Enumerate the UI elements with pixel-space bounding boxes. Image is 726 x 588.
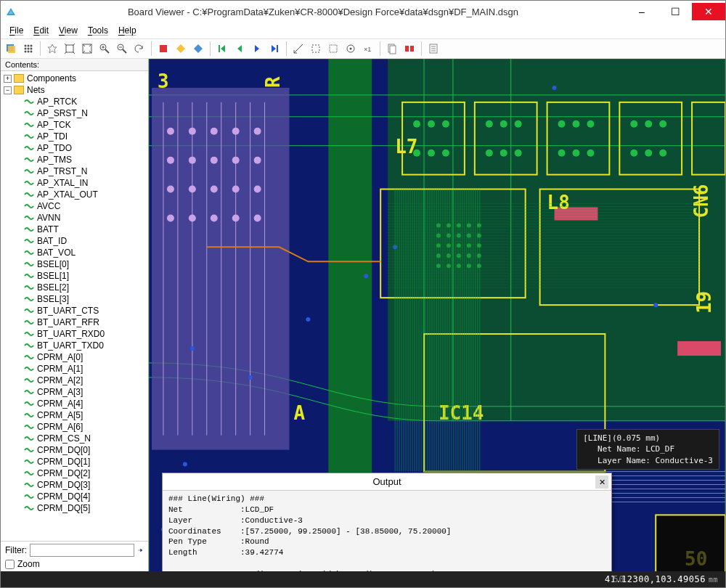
tree-net-item[interactable]: BT_UART_CTS: [1, 305, 148, 317]
close-button[interactable]: ✕: [692, 3, 725, 20]
nav-prev-icon[interactable]: [232, 41, 247, 56]
output-title[interactable]: Output ✕: [163, 473, 611, 491]
tree-net-item[interactable]: AP_XTAL_IN: [1, 177, 148, 189]
tree-net-item[interactable]: BSEL[0]: [1, 258, 148, 270]
tree-net-item[interactable]: BT_UART_TXD0: [1, 340, 148, 351]
nav-first-icon[interactable]: [215, 41, 229, 56]
x1-icon[interactable]: ×1: [361, 41, 375, 56]
tree-net-item[interactable]: CPRM_A[0]: [1, 351, 148, 363]
filter-go-icon[interactable]: [137, 545, 144, 555]
statusbar: 50 41.12300,103.49056 mm: [1, 571, 725, 587]
svg-point-75: [413, 121, 420, 128]
zoom-checkbox[interactable]: [5, 560, 15, 569]
tree-net-item[interactable]: AP_TRST_N: [1, 166, 148, 177]
tree-net-item[interactable]: CPRM_DQ[5]: [1, 502, 148, 514]
pcb-canvas[interactable]: L7 L8 IC14 A 3 19 CN6 R 50 [LINE](0.075 …: [149, 59, 725, 571]
menu-tools[interactable]: Tools: [83, 24, 113, 37]
snap-icon[interactable]: [343, 41, 358, 56]
tree-net-item[interactable]: CPRM_DQ[1]: [1, 456, 148, 467]
menu-file[interactable]: File: [5, 24, 28, 37]
highlight-icon[interactable]: [45, 41, 60, 56]
svg-point-57: [167, 186, 174, 193]
fit-icon[interactable]: [80, 41, 94, 56]
tree-folder-components[interactable]: +Components: [1, 73, 148, 84]
tree-net-item[interactable]: BSEL[2]: [1, 282, 148, 293]
tree-net-item[interactable]: CPRM_DQ[2]: [1, 467, 148, 479]
tree-net-item[interactable]: CPRM_A[4]: [1, 398, 148, 409]
measure-icon[interactable]: [291, 41, 306, 56]
svg-rect-11: [66, 45, 73, 52]
svg-point-81: [486, 121, 493, 128]
tree-net-item[interactable]: CPRM_A[5]: [1, 409, 148, 421]
svg-point-54: [211, 157, 218, 164]
svg-point-134: [183, 462, 187, 467]
tree-net-item[interactable]: CPRM_A[2]: [1, 375, 148, 386]
tree-net-item[interactable]: CPRM_A[3]: [1, 386, 148, 398]
menu-view[interactable]: View: [54, 24, 82, 37]
tree-net-item[interactable]: BT_UART_RXD0: [1, 328, 148, 340]
tree-net-item[interactable]: CPRM_DQ[4]: [1, 491, 148, 502]
svg-point-80: [442, 150, 449, 157]
marker-blue-icon[interactable]: [191, 41, 205, 56]
tree-net-item[interactable]: CPRM_CS_N: [1, 433, 148, 444]
tree-net-item[interactable]: AP_TCK: [1, 119, 148, 131]
sheets-icon[interactable]: [385, 41, 399, 56]
tree-net-item[interactable]: AP_SRST_N: [1, 107, 148, 119]
tree-net-item[interactable]: CPRM_DQ[3]: [1, 479, 148, 491]
svg-text:×1: ×1: [364, 46, 371, 53]
tree-net-item[interactable]: BAT_VOL: [1, 247, 148, 258]
tree-net-item[interactable]: AP_XTAL_OUT: [1, 189, 148, 200]
output-window[interactable]: Output ✕ ### Line(Wiring) ### Net :LCD_D…: [162, 473, 612, 571]
svg-point-88: [573, 121, 580, 128]
nav-next-icon[interactable]: [250, 41, 264, 56]
undo-icon[interactable]: [132, 41, 147, 56]
tree-net-item[interactable]: AP_TDI: [1, 131, 148, 142]
marker-yellow-icon[interactable]: [174, 41, 188, 56]
sidebar: Contents: +Components−NetsAP_RTCKAP_SRST…: [1, 59, 149, 571]
nav-last-icon[interactable]: [267, 41, 282, 56]
svg-point-84: [486, 150, 493, 157]
svg-text:19: 19: [693, 291, 715, 314]
svg-point-7: [30, 48, 33, 50]
tree-net-item[interactable]: AVNN: [1, 212, 148, 224]
compare-icon[interactable]: [402, 41, 417, 56]
tree-net-item[interactable]: CPRM_DQ[0]: [1, 444, 148, 456]
tree-net-item[interactable]: BAT_ID: [1, 235, 148, 247]
grid-icon[interactable]: [21, 41, 36, 56]
svg-point-58: [189, 186, 196, 193]
svg-line-14: [105, 49, 109, 53]
menu-help[interactable]: Help: [114, 24, 141, 37]
window-title: Board Viewer - C:¥ProgramData¥Zuken¥CR-8…: [21, 7, 625, 17]
report-icon[interactable]: [426, 41, 441, 56]
collapse-icon[interactable]: −: [4, 86, 12, 94]
tree-folder-nets[interactable]: −Nets: [1, 84, 148, 96]
layers-icon[interactable]: [4, 41, 18, 56]
tree-net-item[interactable]: BT_UART_RFR: [1, 317, 148, 328]
tree-net-item[interactable]: AVCC: [1, 200, 148, 212]
area-icon[interactable]: [309, 41, 323, 56]
expand-icon[interactable]: +: [4, 75, 12, 83]
zoom-in-icon[interactable]: [97, 41, 112, 56]
tree-net-item[interactable]: AP_RTCK: [1, 96, 148, 107]
tree-net-item[interactable]: AP_TMS: [1, 154, 148, 166]
marker-red-icon[interactable]: [156, 41, 171, 56]
tree-net-item[interactable]: BATT: [1, 224, 148, 235]
svg-text:R: R: [262, 76, 284, 88]
output-close-button[interactable]: ✕: [595, 475, 608, 489]
maximize-button[interactable]: ☐: [658, 3, 692, 20]
tree[interactable]: +Components−NetsAP_RTCKAP_SRST_NAP_TCKAP…: [1, 71, 148, 541]
filter-input[interactable]: [30, 544, 134, 557]
tree-net-item[interactable]: BSEL[1]: [1, 270, 148, 282]
titlebar[interactable]: Board Viewer - C:¥ProgramData¥Zuken¥CR-8…: [1, 1, 725, 23]
svg-point-87: [558, 121, 566, 128]
minimize-button[interactable]: –: [625, 3, 658, 20]
zoom-out-icon[interactable]: [115, 41, 129, 56]
tree-net-item[interactable]: CPRM_A[1]: [1, 363, 148, 375]
output-body[interactable]: ### Line(Wiring) ### Net :LCD_DF Layer :…: [163, 491, 611, 571]
tree-net-item[interactable]: CPRM_A[6]: [1, 421, 148, 433]
tree-net-item[interactable]: AP_TDO: [1, 142, 148, 154]
tree-net-item[interactable]: BSEL[3]: [1, 293, 148, 305]
menu-edit[interactable]: Edit: [29, 24, 53, 37]
autofit-icon[interactable]: [62, 41, 77, 56]
select-icon[interactable]: [326, 41, 340, 56]
